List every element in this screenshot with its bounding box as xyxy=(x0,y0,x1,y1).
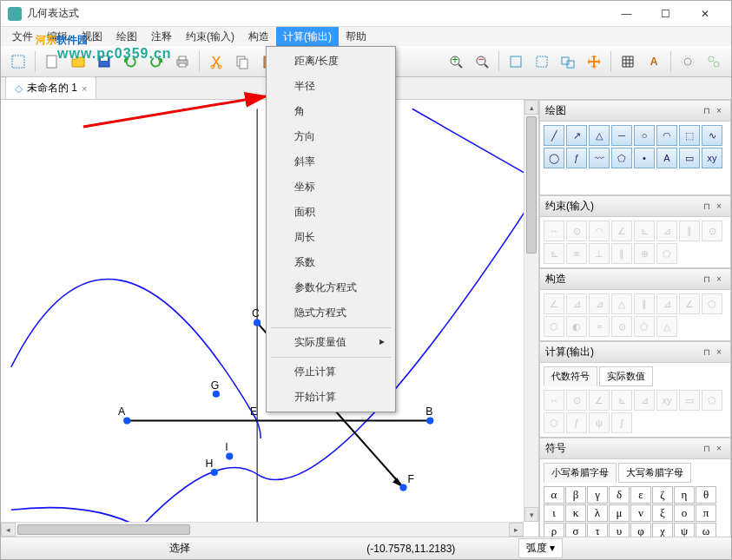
constraint-btn[interactable]: ◠ xyxy=(589,221,610,241)
sym-γ[interactable]: γ xyxy=(587,486,608,504)
pan-button[interactable] xyxy=(582,49,606,74)
draw-func[interactable]: ƒ xyxy=(566,148,587,168)
compute-tab-num[interactable]: 实际数值 xyxy=(599,366,653,386)
compute-btn[interactable]: xy xyxy=(656,390,677,411)
open-button[interactable] xyxy=(66,49,90,74)
cut-button[interactable] xyxy=(204,49,228,74)
print-button[interactable] xyxy=(170,49,195,74)
construct-btn[interactable]: ◐ xyxy=(566,316,587,337)
label-button[interactable]: A xyxy=(642,49,666,74)
menu-file[interactable]: 文件 xyxy=(5,27,40,47)
menu-view[interactable]: 视图 xyxy=(75,27,109,47)
document-tab[interactable]: ◇ 未命名的 1 × xyxy=(5,76,96,99)
menu-constraint[interactable]: 约束(输入) xyxy=(179,27,241,47)
dd-coefficient[interactable]: 系数 xyxy=(268,250,393,275)
sym-ν[interactable]: ν xyxy=(630,504,651,522)
close-button[interactable]: ✕ xyxy=(685,2,724,26)
minimize-button[interactable]: — xyxy=(607,2,646,26)
constraint-btn[interactable]: ⊥ xyxy=(589,243,610,264)
compute-btn[interactable]: ⬠ xyxy=(702,390,722,411)
dd-distance[interactable]: 距离/长度 xyxy=(268,49,393,74)
sym-β[interactable]: β xyxy=(565,486,586,504)
canvas-hscroll[interactable]: ◂▸ xyxy=(1,522,524,537)
new-button[interactable] xyxy=(40,49,64,74)
pane-compute-header[interactable]: 计算(输出)⊓× xyxy=(539,341,731,363)
construct-btn[interactable]: ∠ xyxy=(544,293,564,314)
constraint-btn[interactable]: ⬠ xyxy=(656,243,677,264)
zoom-region-button[interactable] xyxy=(530,49,554,74)
sym-ζ[interactable]: ζ xyxy=(652,486,673,504)
construct-btn[interactable]: ⊿ xyxy=(566,293,587,314)
pane-constraint-header[interactable]: 约束(输入)⊓× xyxy=(539,195,731,217)
constraint-btn[interactable]: ∠ xyxy=(611,221,632,241)
construct-btn[interactable]: ⊿ xyxy=(656,293,677,314)
construct-btn[interactable]: ∥ xyxy=(634,293,655,314)
dd-radius[interactable]: 半径 xyxy=(268,74,393,99)
sym-κ[interactable]: κ xyxy=(565,504,586,522)
draw-arc[interactable]: ◠ xyxy=(656,125,677,146)
dd-start[interactable]: 开始计算 xyxy=(268,385,393,410)
draw-conic[interactable]: ◯ xyxy=(544,148,564,168)
maximize-button[interactable]: ☐ xyxy=(646,2,685,26)
sym-ο[interactable]: ο xyxy=(674,504,695,522)
sym-ε[interactable]: ε xyxy=(630,486,651,504)
construct-btn[interactable]: ≈ xyxy=(589,316,610,337)
construct-btn[interactable]: ⬠ xyxy=(702,293,722,314)
compute-btn[interactable]: ∫ xyxy=(611,412,632,433)
compute-btn[interactable]: ↔ xyxy=(544,390,564,411)
sym-σ[interactable]: σ xyxy=(565,523,586,537)
sym-τ[interactable]: τ xyxy=(587,523,608,537)
sym-δ[interactable]: δ xyxy=(609,486,630,504)
compute-btn[interactable]: ⊙ xyxy=(566,390,587,411)
construct-btn[interactable]: ∠ xyxy=(679,293,700,314)
undo-button[interactable] xyxy=(118,49,142,74)
compute-btn[interactable]: ▭ xyxy=(679,390,700,411)
draw-spline[interactable]: 〰 xyxy=(589,148,610,168)
draw-vec[interactable]: ↗ xyxy=(566,125,587,146)
sym-η[interactable]: η xyxy=(674,486,695,504)
draw-ngon[interactable]: ⬠ xyxy=(611,148,632,168)
menu-compute[interactable]: 计算(输出) xyxy=(276,27,339,47)
sym-tab-lower[interactable]: 小写希腊字母 xyxy=(544,463,617,483)
compute-btn[interactable]: ∠ xyxy=(589,390,610,411)
draw-sel[interactable]: ⬚ xyxy=(679,125,700,146)
draw-circ[interactable]: ○ xyxy=(634,125,655,146)
sym-φ[interactable]: φ xyxy=(630,523,651,537)
dd-slope[interactable]: 斜率 xyxy=(268,149,393,175)
dd-direction[interactable]: 方向 xyxy=(268,124,393,149)
pane-symbol-header[interactable]: 符号⊓× xyxy=(539,438,731,459)
constraint-btn[interactable]: ↔ xyxy=(544,221,564,241)
canvas-vscroll[interactable]: ▴▾ xyxy=(524,100,538,522)
save-button[interactable] xyxy=(92,49,116,74)
settings-button[interactable] xyxy=(676,49,700,74)
sym-θ[interactable]: θ xyxy=(696,486,716,504)
sym-ι[interactable]: ι xyxy=(544,504,564,522)
tab-close[interactable]: × xyxy=(82,83,87,94)
close-icon[interactable]: × xyxy=(713,106,725,115)
compute-tab-alg[interactable]: 代数符号 xyxy=(544,366,597,386)
constraint-btn[interactable]: ⊿ xyxy=(656,221,677,241)
pane-draw-header[interactable]: 绘图⊓× xyxy=(539,100,731,122)
dd-parametric[interactable]: 参数化方程式 xyxy=(268,275,393,300)
status-angle-mode[interactable]: 弧度 ▾ xyxy=(518,538,563,558)
sym-ρ[interactable]: ρ xyxy=(544,523,564,537)
redo-button[interactable] xyxy=(144,49,168,74)
sym-ω[interactable]: ω xyxy=(696,523,716,537)
sym-π[interactable]: π xyxy=(696,504,716,522)
sym-tab-upper[interactable]: 大写希腊字母 xyxy=(618,463,691,483)
select-tool[interactable] xyxy=(6,49,30,74)
settings2-button[interactable] xyxy=(702,49,726,74)
compute-btn[interactable]: ⬡ xyxy=(544,412,564,433)
draw-pic[interactable]: ▭ xyxy=(679,148,700,168)
menu-draw[interactable]: 绘图 xyxy=(109,27,144,47)
construct-btn[interactable]: ⬡ xyxy=(544,316,564,337)
draw-poly[interactable]: △ xyxy=(589,125,610,146)
zoom-out-button[interactable]: − xyxy=(470,49,494,74)
zoom-in-button[interactable]: + xyxy=(444,49,468,74)
zoom-fit-button[interactable] xyxy=(504,49,528,74)
draw-pt[interactable]: • xyxy=(634,148,655,168)
sym-λ[interactable]: λ xyxy=(587,504,608,522)
constraint-btn[interactable]: ⊙ xyxy=(566,221,587,241)
compute-btn[interactable]: ψ xyxy=(589,412,610,433)
compute-btn[interactable]: ⊿ xyxy=(634,390,655,411)
